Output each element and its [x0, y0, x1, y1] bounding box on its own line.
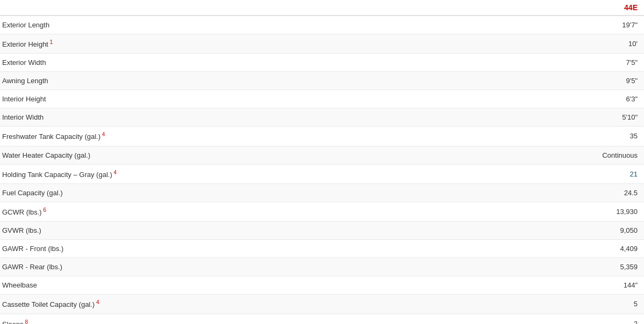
table-row: GAWR - Rear (lbs.)5,359: [0, 258, 644, 276]
footnote-marker: 1: [48, 39, 53, 45]
footnote-marker: 4: [100, 131, 105, 137]
row-value: 9'5": [595, 77, 638, 85]
row-label: Holding Tank Capacity – Gray (gal.) 4: [2, 170, 595, 179]
table-body: Exterior Length19'7"Exterior Height 110'…: [0, 16, 644, 324]
table-row: Interior Height6'3": [0, 90, 644, 108]
footnote-marker: 4: [112, 170, 116, 175]
row-label: Awning Length: [2, 77, 595, 85]
row-value: 24.5: [595, 189, 638, 197]
row-value: 144": [595, 281, 638, 289]
row-label: Exterior Width: [2, 58, 595, 67]
row-value: 21: [595, 170, 638, 178]
row-label: Freshwater Tank Capacity (gal.) 4: [2, 131, 595, 141]
row-value: 9,050: [595, 226, 638, 234]
table-row: GAWR - Front (lbs.)4,409: [0, 240, 644, 258]
row-label: Cassette Toilet Capacity (gal.) 4: [2, 299, 595, 308]
row-label: Exterior Height 1: [2, 39, 595, 48]
footnote-marker: 8: [24, 319, 28, 324]
footnote-marker: 6: [42, 207, 46, 213]
model-header: 44E: [595, 3, 638, 12]
row-value: 5,359: [595, 263, 638, 271]
table-row: Holding Tank Capacity – Gray (gal.) 421: [0, 165, 644, 184]
row-value: 5: [595, 300, 638, 308]
table-row: GCWR (lbs.) 613,930: [0, 202, 644, 222]
row-value: Continuous: [595, 151, 638, 159]
row-label: Fuel Capacity (gal.): [2, 189, 595, 197]
specs-table: 44E Exterior Length19'7"Exterior Height …: [0, 0, 644, 324]
row-label: Exterior Length: [2, 21, 595, 29]
row-value: 35: [595, 132, 638, 140]
table-header: 44E: [0, 0, 644, 16]
row-value: 7'5": [595, 58, 638, 67]
row-value: 6'3": [595, 95, 638, 103]
table-row: Interior Width5'10": [0, 108, 644, 127]
row-value: 13,930: [595, 208, 638, 216]
table-row: Exterior Length19'7": [0, 16, 644, 34]
row-label: GAWR - Rear (lbs.): [2, 263, 595, 271]
row-value: 10': [595, 40, 638, 48]
row-value: 19'7": [595, 21, 638, 29]
row-label: Wheelbase: [2, 281, 595, 289]
row-label: GCWR (lbs.) 6: [2, 207, 595, 216]
table-row: Exterior Width7'5": [0, 54, 644, 72]
table-row: GVWR (lbs.)9,050: [0, 222, 644, 240]
row-value: 5'10": [595, 113, 638, 121]
row-label: Interior Height: [2, 95, 595, 103]
row-label: Interior Width: [2, 113, 595, 121]
table-row: Awning Length9'5": [0, 72, 644, 90]
row-value: 2: [595, 320, 638, 324]
table-row: Freshwater Tank Capacity (gal.) 435: [0, 127, 644, 146]
table-row: Fuel Capacity (gal.)24.5: [0, 184, 644, 202]
table-row: Cassette Toilet Capacity (gal.) 45: [0, 294, 644, 314]
table-row: Exterior Height 110': [0, 34, 644, 54]
row-label: Sleeps 8: [2, 319, 595, 324]
row-label: GVWR (lbs.): [2, 226, 595, 234]
row-value: 4,409: [595, 245, 638, 253]
table-row: Sleeps 82: [0, 314, 644, 324]
row-label: GAWR - Front (lbs.): [2, 245, 595, 253]
footnote-marker: 4: [94, 299, 99, 305]
table-row: Wheelbase144": [0, 276, 644, 294]
row-label: Water Heater Capacity (gal.): [2, 151, 595, 159]
table-row: Water Heater Capacity (gal.)Continuous: [0, 146, 644, 165]
